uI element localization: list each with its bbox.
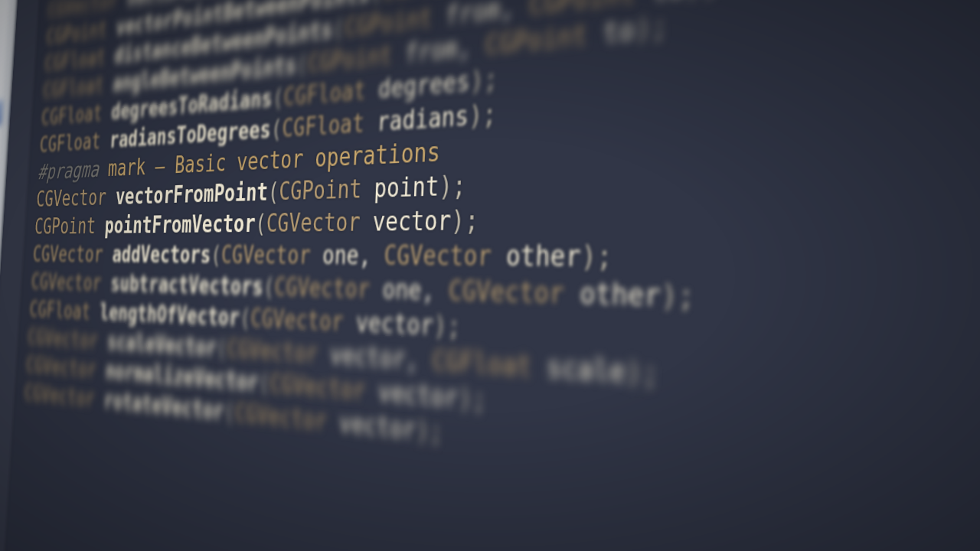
code-editor[interactable]: #pragma mark – TrigonometryCGVector vect…	[0, 0, 980, 551]
photo-stage: ... #pragma mark – TrigonometryCGVector …	[0, 0, 980, 551]
code-area: #pragma mark – TrigonometryCGVector vect…	[24, 0, 776, 484]
ide-window: ... #pragma mark – TrigonometryCGVector …	[0, 0, 980, 551]
